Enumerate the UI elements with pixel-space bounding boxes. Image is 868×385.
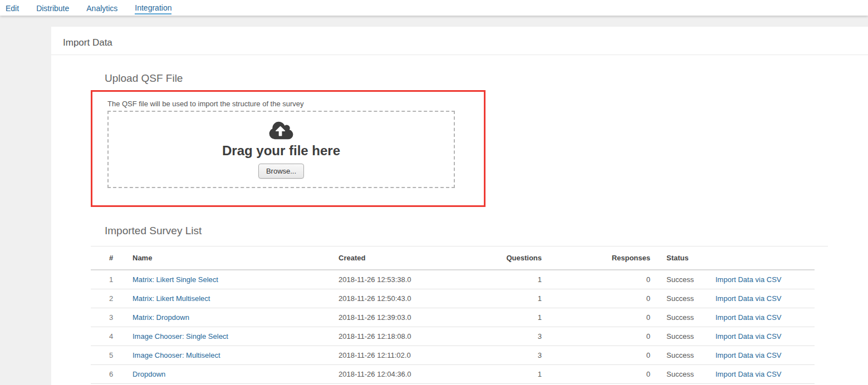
row-questions: 1 xyxy=(450,364,542,383)
status-badge: Success xyxy=(650,308,715,327)
imported-survey-table: # Name Created Questions Responses Statu… xyxy=(91,246,815,384)
status-badge: Success xyxy=(650,327,715,345)
row-questions: 1 xyxy=(450,289,542,308)
column-header-created: Created xyxy=(339,246,450,270)
row-responses: 0 xyxy=(542,327,650,345)
row-index: 2 xyxy=(91,289,133,308)
content-card: Import Data Upload QSF File The QSF file… xyxy=(51,27,868,385)
status-badge: Success xyxy=(650,270,715,289)
import-csv-link[interactable]: Import Data via CSV xyxy=(715,332,782,340)
status-badge: Success xyxy=(650,345,715,364)
row-index: 6 xyxy=(91,364,133,383)
import-csv-link[interactable]: Import Data via CSV xyxy=(715,294,782,303)
survey-name-link[interactable]: Matrix: Dropdown xyxy=(133,313,189,322)
upload-description: The QSF file will be used to import the … xyxy=(107,100,484,108)
table-row: 4 Image Chooser: Single Select 2018-11-2… xyxy=(91,327,815,345)
column-header-index: # xyxy=(91,246,133,270)
page-header: Import Data xyxy=(51,27,868,55)
table-row: 5 Image Chooser: Multiselect 2018-11-26 … xyxy=(91,345,815,364)
row-responses: 0 xyxy=(542,345,650,364)
import-csv-link[interactable]: Import Data via CSV xyxy=(715,275,782,284)
row-responses: 0 xyxy=(542,270,650,289)
column-header-responses: Responses xyxy=(542,246,650,270)
row-created: 2018-11-26 12:18:08.0 xyxy=(339,327,450,345)
table-row: 3 Matrix: Dropdown 2018-11-26 12:39:03.0… xyxy=(91,308,815,327)
row-created: 2018-11-26 12:11:02.0 xyxy=(339,345,450,364)
cloud-upload-icon xyxy=(268,120,295,142)
row-questions: 1 xyxy=(450,270,542,289)
row-responses: 0 xyxy=(542,364,650,383)
row-questions: 1 xyxy=(450,308,542,327)
table-row: 1 Matrix: Likert Single Select 2018-11-2… xyxy=(91,270,815,289)
row-questions: 3 xyxy=(450,327,542,345)
table-header-row: # Name Created Questions Responses Statu… xyxy=(91,246,815,270)
table-row: 6 Dropdown 2018-11-26 12:04:36.0 1 0 Suc… xyxy=(91,364,815,383)
survey-name-link[interactable]: Matrix: Likert Single Select xyxy=(133,275,218,284)
row-index: 5 xyxy=(91,345,133,364)
page-title: Import Data xyxy=(51,27,868,48)
file-dropzone[interactable]: Drag your file here Browse... xyxy=(107,111,455,188)
top-nav: Edit Distribute Analytics Integration xyxy=(0,0,868,16)
row-created: 2018-11-26 12:50:43.0 xyxy=(339,289,450,308)
survey-name-link[interactable]: Image Chooser: Multiselect xyxy=(133,351,220,359)
row-questions: 3 xyxy=(450,345,542,364)
nav-tab[interactable]: Analytics xyxy=(86,2,117,14)
nav-tab[interactable]: Edit xyxy=(6,2,19,14)
import-csv-link[interactable]: Import Data via CSV xyxy=(715,370,782,378)
column-header-questions: Questions xyxy=(450,246,542,270)
row-created: 2018-11-26 12:39:03.0 xyxy=(339,308,450,327)
row-responses: 0 xyxy=(542,308,650,327)
nav-tab[interactable]: Distribute xyxy=(36,2,69,14)
row-created: 2018-11-26 12:53:38.0 xyxy=(339,270,450,289)
survey-list-section-title: Imported Survey List xyxy=(105,207,868,237)
survey-name-link[interactable]: Matrix: Likert Multiselect xyxy=(133,294,210,303)
table-row: 2 Matrix: Likert Multiselect 2018-11-26 … xyxy=(91,289,815,308)
import-csv-link[interactable]: Import Data via CSV xyxy=(715,313,782,322)
survey-name-link[interactable]: Dropdown xyxy=(133,370,165,378)
row-index: 3 xyxy=(91,308,133,327)
import-csv-link[interactable]: Import Data via CSV xyxy=(715,351,782,359)
annotation-highlight: The QSF file will be used to import the … xyxy=(91,90,486,207)
row-created: 2018-11-26 12:04:36.0 xyxy=(339,364,450,383)
browse-button[interactable]: Browse... xyxy=(258,164,304,179)
dropzone-text: Drag your file here xyxy=(222,144,340,158)
nav-tab[interactable]: Integration xyxy=(135,2,171,14)
row-index: 1 xyxy=(91,270,133,289)
status-badge: Success xyxy=(650,364,715,383)
column-header-status: Status xyxy=(650,246,715,270)
column-header-action xyxy=(715,246,815,270)
status-badge: Success xyxy=(650,289,715,308)
column-header-name: Name xyxy=(133,246,339,270)
row-index: 4 xyxy=(91,327,133,345)
upload-section-title: Upload QSF File xyxy=(105,55,868,85)
survey-name-link[interactable]: Image Chooser: Single Select xyxy=(133,332,228,340)
row-responses: 0 xyxy=(542,289,650,308)
